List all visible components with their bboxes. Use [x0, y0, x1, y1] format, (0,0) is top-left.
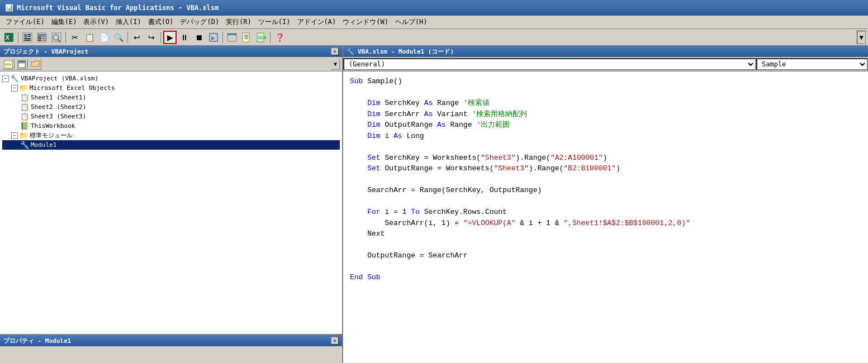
project-panel-toolbar: <> ▼ [0, 57, 342, 71]
sheet2-icon: 📋 [20, 103, 29, 111]
excel-icon-btn[interactable]: X [2, 31, 16, 44]
properties-panel: プロパティ - Module1 ✕ [0, 335, 342, 363]
class-btn[interactable]: CLS [254, 31, 268, 44]
design-mode-btn[interactable]: ▶ [207, 31, 220, 44]
menu-file[interactable]: ファイル(E) [2, 16, 48, 28]
menu-run[interactable]: 実行(R) [222, 16, 255, 28]
vbaproject-icon: 🔧 [10, 74, 19, 83]
help-btn[interactable]: ❓ [273, 31, 286, 44]
sheet3-icon: 📋 [20, 112, 29, 121]
toggle-vbaproject[interactable]: − [2, 75, 9, 82]
view-object-btn[interactable] [16, 59, 28, 70]
project-scroll-btn[interactable]: ▼ [331, 59, 340, 70]
copy-btn[interactable]: 📋 [83, 31, 96, 44]
svg-rect-14 [38, 40, 41, 41]
menu-tools[interactable]: ツール(I) [255, 16, 294, 28]
undo-btn[interactable]: ↩ [130, 31, 144, 44]
vbaproject-label: VBAProject (VBA.xlsm) [21, 75, 98, 82]
code-title-bar: 🔧 VBA.xlsm - Module1 (コード) [343, 46, 868, 57]
standard-modules-label: 標準モジュール [30, 131, 73, 140]
properties-title: プロパティ - Module1 [3, 337, 71, 345]
svg-rect-6 [24, 38, 31, 39]
title-text: Microsoft Visual Basic for Applications … [17, 4, 219, 12]
tree-sheet2[interactable]: 📋 Sheet2 (Sheet2) [2, 102, 340, 112]
code-dropdowns: (General) Sample [343, 57, 868, 71]
menu-format[interactable]: 書式(O) [145, 16, 177, 28]
object-browser-btn[interactable] [50, 31, 63, 44]
paste-btn[interactable]: 📄 [97, 31, 111, 44]
folder-icon-2: 📁 [19, 131, 28, 140]
code-content[interactable]: Sub Sample() Dim SerchKey As Range '検索値 … [343, 71, 868, 363]
code-panel: 🔧 VBA.xlsm - Module1 (コード) (General) Sam… [343, 46, 868, 363]
svg-text:X: X [6, 35, 10, 41]
sheet3-label: Sheet3 (Sheet3) [31, 113, 86, 120]
svg-rect-11 [42, 36, 46, 37]
toggle-folders-btn[interactable] [29, 59, 41, 70]
menu-edit[interactable]: 編集(E) [48, 16, 80, 28]
menu-window[interactable]: ウィンドウ(W) [339, 16, 392, 28]
project-title: プロジェクト - VBAProject [3, 47, 88, 56]
code-icon: 🔧 [347, 48, 354, 55]
svg-rect-4 [28, 34, 31, 35]
cut-btn[interactable]: ✂ [68, 31, 82, 44]
properties-title-bar: プロパティ - Module1 ✕ [0, 335, 342, 346]
menu-debug[interactable]: デバッグ(D) [177, 16, 222, 28]
separator-6 [270, 32, 271, 43]
module1-icon: 🔧 [20, 141, 29, 149]
menu-view[interactable]: 表示(V) [80, 16, 112, 28]
pause-btn[interactable]: ⏸ [178, 31, 191, 44]
menu-addins[interactable]: アドイン(A) [294, 16, 340, 28]
toggle-modules[interactable]: − [11, 132, 18, 139]
code-area[interactable]: Sub Sample() Dim SerchKey As Range '検索値 … [343, 71, 868, 363]
procedure-dropdown[interactable]: Sample [756, 58, 868, 70]
tree-sheet1[interactable]: 📋 Sheet1 (Sheet1) [2, 93, 340, 102]
general-dropdown[interactable]: (General) [343, 58, 756, 70]
tree-module1[interactable]: 🔧 Module1 [2, 140, 340, 150]
separator-4 [160, 32, 161, 43]
tree-thisworkbook[interactable]: 📗 ThisWorkbook [2, 121, 340, 131]
separator-5 [222, 32, 223, 43]
project-tree: − 🔧 VBAProject (VBA.xlsm) − 📁 Microsoft … [0, 71, 342, 334]
svg-rect-5 [28, 36, 31, 37]
tree-excel-objects[interactable]: − 📁 Microsoft Excel Objects [2, 83, 340, 93]
main-layout: プロジェクト - VBAProject ✕ <> [0, 46, 868, 363]
run-btn[interactable]: ▶ [163, 31, 177, 44]
code-title: VBA.xlsm - Module1 (コード) [358, 47, 454, 56]
menu-insert[interactable]: 挿入(I) [112, 16, 145, 28]
svg-rect-22 [227, 34, 236, 35]
svg-text:CLS: CLS [258, 35, 266, 40]
stop-btn[interactable]: ⏹ [192, 31, 206, 44]
find-btn[interactable]: 🔍 [112, 31, 125, 44]
svg-rect-33 [18, 63, 25, 68]
svg-rect-12 [38, 38, 41, 39]
title-bar: 📊 Microsoft Visual Basic for Application… [0, 0, 868, 16]
separator-3 [127, 32, 128, 43]
app-icon: 📊 [4, 3, 13, 12]
module-btn[interactable] [240, 31, 253, 44]
toggle-excel-objects[interactable]: − [11, 85, 18, 92]
project-view-btn[interactable] [21, 31, 34, 44]
tree-sheet3[interactable]: 📋 Sheet3 (Sheet3) [2, 112, 340, 121]
tree-vbaproject[interactable]: − 🔧 VBAProject (VBA.xlsm) [2, 74, 340, 83]
redo-btn[interactable]: ↪ [145, 31, 158, 44]
project-close-btn[interactable]: ✕ [331, 47, 339, 55]
toolbar: X ✂ 📋 [0, 29, 868, 46]
svg-rect-13 [42, 38, 46, 39]
thisworkbook-icon: 📗 [20, 122, 29, 130]
toolbar-scroll[interactable]: ▼ [857, 31, 866, 44]
svg-rect-3 [24, 34, 27, 37]
menu-help[interactable]: ヘルプ(H) [392, 16, 431, 28]
excel-objects-label: Microsoft Excel Objects [30, 84, 115, 92]
svg-rect-23 [243, 33, 249, 42]
svg-rect-7 [24, 40, 31, 41]
separator-2 [65, 32, 66, 43]
sheet1-label: Sheet1 (Sheet1) [31, 94, 86, 101]
tree-standard-modules[interactable]: − 📁 標準モジュール [2, 131, 340, 140]
svg-text:▶: ▶ [211, 35, 215, 41]
separator-1 [18, 32, 18, 43]
userform-btn[interactable] [225, 31, 239, 44]
properties-close-btn[interactable]: ✕ [331, 337, 339, 345]
properties-btn[interactable] [35, 31, 49, 44]
view-code-btn[interactable]: <> [2, 59, 15, 70]
svg-text:<>: <> [6, 62, 11, 67]
